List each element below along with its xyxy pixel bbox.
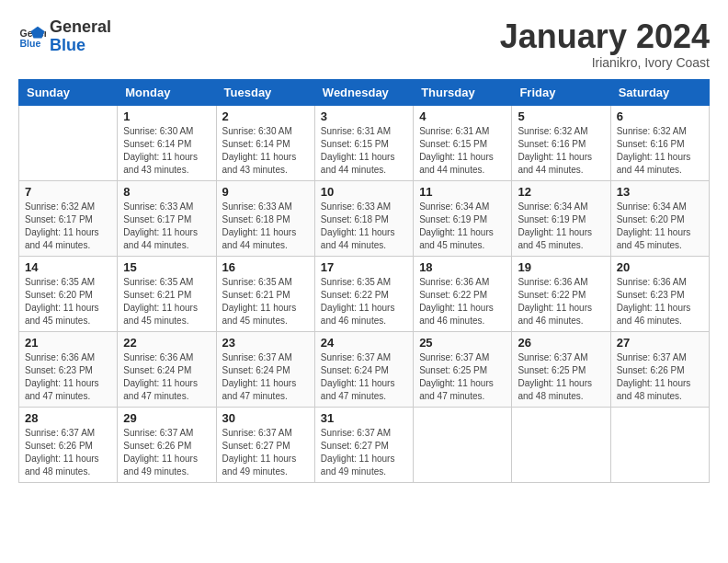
title-block: January 2024 Irianikro, Ivory Coast [500,18,710,70]
weekday-header-row: SundayMondayTuesdayWednesdayThursdayFrid… [19,79,710,105]
calendar-cell: 8Sunrise: 6:33 AMSunset: 6:17 PMDaylight… [118,180,216,256]
calendar-cell: 30Sunrise: 6:37 AMSunset: 6:27 PMDayligh… [216,407,314,482]
day-number: 9 [222,185,309,199]
day-number: 18 [419,260,506,274]
day-number: 21 [25,336,111,350]
day-number: 7 [25,185,111,199]
calendar-week-row: 14Sunrise: 6:35 AMSunset: 6:20 PMDayligh… [19,256,710,331]
calendar-week-row: 1Sunrise: 6:30 AMSunset: 6:14 PMDaylight… [19,105,710,180]
logo-icon: General Blue [18,23,46,51]
page-header: General Blue General Blue January 2024 I… [18,18,710,70]
calendar-cell: 12Sunrise: 6:34 AMSunset: 6:19 PMDayligh… [512,180,610,256]
calendar-cell: 20Sunrise: 6:36 AMSunset: 6:23 PMDayligh… [610,256,709,331]
day-info: Sunrise: 6:33 AMSunset: 6:18 PMDaylight:… [222,201,309,252]
calendar-cell [414,407,512,482]
calendar-cell: 9Sunrise: 6:33 AMSunset: 6:18 PMDaylight… [216,180,314,256]
calendar-cell: 29Sunrise: 6:37 AMSunset: 6:26 PMDayligh… [118,407,216,482]
logo: General Blue General Blue [18,18,111,55]
day-info: Sunrise: 6:33 AMSunset: 6:18 PMDaylight:… [321,201,407,252]
calendar-cell: 13Sunrise: 6:34 AMSunset: 6:20 PMDayligh… [610,180,709,256]
day-info: Sunrise: 6:37 AMSunset: 6:27 PMDaylight:… [321,427,407,478]
day-number: 1 [123,109,210,123]
day-number: 19 [518,260,604,274]
calendar-week-row: 7Sunrise: 6:32 AMSunset: 6:17 PMDaylight… [19,180,710,256]
calendar-table: SundayMondayTuesdayWednesdayThursdayFrid… [18,79,710,483]
day-number: 13 [617,185,703,199]
day-number: 24 [321,336,407,350]
day-number: 8 [123,185,210,199]
calendar-cell: 14Sunrise: 6:35 AMSunset: 6:20 PMDayligh… [19,256,118,331]
logo-blue-text: Blue [50,37,111,55]
weekday-header: Sunday [19,79,118,105]
day-info: Sunrise: 6:31 AMSunset: 6:15 PMDaylight:… [321,125,407,177]
day-info: Sunrise: 6:37 AMSunset: 6:26 PMDaylight:… [617,351,703,403]
day-number: 26 [518,336,604,350]
calendar-cell [512,407,610,482]
day-info: Sunrise: 6:36 AMSunset: 6:24 PMDaylight:… [123,351,210,403]
day-info: Sunrise: 6:37 AMSunset: 6:24 PMDaylight:… [321,351,407,403]
calendar-cell: 18Sunrise: 6:36 AMSunset: 6:22 PMDayligh… [414,256,512,331]
day-info: Sunrise: 6:33 AMSunset: 6:17 PMDaylight:… [123,201,210,252]
calendar-cell: 16Sunrise: 6:35 AMSunset: 6:21 PMDayligh… [216,256,314,331]
day-number: 25 [419,336,506,350]
calendar-cell: 6Sunrise: 6:32 AMSunset: 6:16 PMDaylight… [610,105,709,180]
day-info: Sunrise: 6:36 AMSunset: 6:23 PMDaylight:… [25,351,111,403]
day-info: Sunrise: 6:36 AMSunset: 6:22 PMDaylight:… [419,276,506,327]
day-info: Sunrise: 6:37 AMSunset: 6:27 PMDaylight:… [222,427,309,478]
day-number: 20 [617,260,703,274]
calendar-cell: 3Sunrise: 6:31 AMSunset: 6:15 PMDaylight… [314,105,413,180]
calendar-cell: 21Sunrise: 6:36 AMSunset: 6:23 PMDayligh… [19,331,118,407]
day-number: 11 [419,185,506,199]
day-number: 27 [617,336,703,350]
day-number: 10 [321,185,407,199]
day-number: 30 [222,411,309,425]
day-number: 23 [222,336,309,350]
calendar-cell: 11Sunrise: 6:34 AMSunset: 6:19 PMDayligh… [414,180,512,256]
calendar-cell [610,407,709,482]
day-info: Sunrise: 6:35 AMSunset: 6:22 PMDaylight:… [321,276,407,327]
day-number: 4 [419,109,506,123]
day-number: 5 [518,109,604,123]
weekday-header: Tuesday [216,79,314,105]
calendar-cell: 19Sunrise: 6:36 AMSunset: 6:22 PMDayligh… [512,256,610,331]
day-number: 2 [222,109,309,123]
day-number: 6 [617,109,703,123]
day-info: Sunrise: 6:36 AMSunset: 6:23 PMDaylight:… [617,276,703,327]
day-info: Sunrise: 6:35 AMSunset: 6:21 PMDaylight:… [123,276,210,327]
month-title: January 2024 [500,18,710,55]
day-number: 22 [123,336,210,350]
day-info: Sunrise: 6:35 AMSunset: 6:20 PMDaylight:… [25,276,111,327]
calendar-cell: 1Sunrise: 6:30 AMSunset: 6:14 PMDaylight… [118,105,216,180]
calendar-cell: 28Sunrise: 6:37 AMSunset: 6:26 PMDayligh… [19,407,118,482]
calendar-cell: 2Sunrise: 6:30 AMSunset: 6:14 PMDaylight… [216,105,314,180]
calendar-week-row: 28Sunrise: 6:37 AMSunset: 6:26 PMDayligh… [19,407,710,482]
day-info: Sunrise: 6:37 AMSunset: 6:26 PMDaylight:… [25,427,111,478]
calendar-cell: 17Sunrise: 6:35 AMSunset: 6:22 PMDayligh… [314,256,413,331]
day-info: Sunrise: 6:34 AMSunset: 6:20 PMDaylight:… [617,201,703,252]
day-info: Sunrise: 6:37 AMSunset: 6:25 PMDaylight:… [419,351,506,403]
calendar-cell: 25Sunrise: 6:37 AMSunset: 6:25 PMDayligh… [414,331,512,407]
calendar-cell: 24Sunrise: 6:37 AMSunset: 6:24 PMDayligh… [314,331,413,407]
calendar-cell: 4Sunrise: 6:31 AMSunset: 6:15 PMDaylight… [414,105,512,180]
day-number: 14 [25,260,111,274]
calendar-cell: 31Sunrise: 6:37 AMSunset: 6:27 PMDayligh… [314,407,413,482]
day-number: 16 [222,260,309,274]
svg-text:Blue: Blue [20,37,41,48]
day-info: Sunrise: 6:30 AMSunset: 6:14 PMDaylight:… [222,125,309,177]
weekday-header: Friday [512,79,610,105]
calendar-cell: 15Sunrise: 6:35 AMSunset: 6:21 PMDayligh… [118,256,216,331]
day-info: Sunrise: 6:31 AMSunset: 6:15 PMDaylight:… [419,125,506,177]
day-number: 12 [518,185,604,199]
day-number: 17 [321,260,407,274]
day-number: 15 [123,260,210,274]
calendar-cell: 5Sunrise: 6:32 AMSunset: 6:16 PMDaylight… [512,105,610,180]
weekday-header: Thursday [414,79,512,105]
day-number: 31 [321,411,407,425]
weekday-header: Saturday [610,79,709,105]
day-info: Sunrise: 6:37 AMSunset: 6:24 PMDaylight:… [222,351,309,403]
weekday-header: Wednesday [314,79,413,105]
day-info: Sunrise: 6:34 AMSunset: 6:19 PMDaylight:… [518,201,604,252]
day-info: Sunrise: 6:37 AMSunset: 6:26 PMDaylight:… [123,427,210,478]
day-info: Sunrise: 6:30 AMSunset: 6:14 PMDaylight:… [123,125,210,177]
day-info: Sunrise: 6:34 AMSunset: 6:19 PMDaylight:… [419,201,506,252]
